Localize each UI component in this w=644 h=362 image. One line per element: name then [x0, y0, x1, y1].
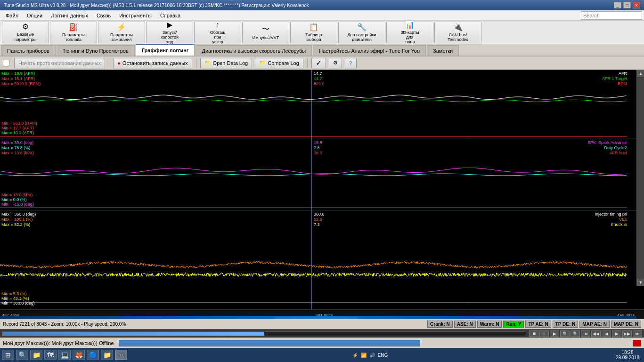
toolbar-ignition[interactable]: ⚡ Параметрызажигания — [98, 22, 145, 43]
toolbar-startup[interactable]: ▶ Запуск/холостойход — [146, 22, 193, 43]
toolbar-engine[interactable]: 🔧 Доп настройкидвигателя — [338, 22, 385, 43]
computer-btn[interactable]: 💻 — [58, 350, 71, 360]
right-scrollbar[interactable]: ▲ ▼ — [636, 70, 644, 286]
stop-icon: ● — [117, 60, 121, 66]
start-log-btn[interactable]: Начать протоколирование данных — [14, 58, 105, 68]
tab-dashboard[interactable]: Панель приборов — [1, 45, 56, 56]
log-sep3 — [307, 58, 308, 68]
scroll-up-arrow[interactable]: ▲ — [637, 70, 644, 77]
badge-mapae: MAP AE: N — [579, 321, 610, 328]
toolbar: ⚙ Базовыепараметры ⛽ Параметрытоплива ⚡ … — [0, 21, 644, 44]
tab-graphlog[interactable]: Граффинг логгинг — [136, 44, 195, 56]
toolbar-accel[interactable]: ↑ Обогащприускор — [194, 22, 241, 43]
taskbar-sound-icon: 🔊 — [369, 353, 375, 358]
taskbar-date: 29.09.2018 — [616, 355, 639, 360]
taskbar: ⊞ 🔍 📁 🗺 💻 🦊 🔵 📁 🎮 ⚡ 📶 🔊 ENG 18:28 29.09.… — [0, 348, 644, 362]
fast-fwd-btn[interactable]: ▶▶ — [622, 330, 632, 337]
tunerstudio-btn[interactable]: 🎮 — [115, 350, 127, 360]
start-log-checkbox[interactable] — [3, 60, 9, 66]
file-explorer-btn[interactable]: 📁 — [30, 350, 42, 360]
tab-diagnostic[interactable]: Диагностика и высокая скорость Лесорубы — [196, 45, 312, 56]
taskbar-network-icon: 📶 — [361, 353, 367, 358]
close-btn[interactable]: × — [633, 2, 640, 8]
toolbar-3d[interactable]: 📊 3D-картыдлятюна — [386, 22, 433, 43]
step-fwd-btn[interactable]: ▶ — [612, 330, 621, 337]
stop-log-label: Остановить запись данных — [122, 60, 188, 66]
taskbar-lang: ENG — [378, 353, 388, 358]
maps-btn[interactable]: 🗺 — [44, 350, 57, 360]
play-pause-btn[interactable]: ⏸ — [539, 330, 549, 337]
toolbar-table[interactable]: 📋 Таблицавыбора — [290, 22, 337, 43]
settings-btn[interactable]: ⚙ — [329, 58, 342, 68]
folder-icon: 📁 — [204, 60, 211, 66]
search-input[interactable] — [581, 11, 642, 20]
toolbar-can-label: CAN-bus/Testmodes — [448, 32, 468, 42]
ignition-icon: ⚡ — [117, 23, 126, 32]
menu-options[interactable]: Опции — [23, 12, 46, 19]
menu-connection[interactable]: Связь — [93, 12, 114, 19]
log-sep1 — [109, 58, 109, 68]
open-log-label: Open Data Log — [213, 60, 248, 66]
badge-warm: Warm: N — [477, 321, 502, 328]
toolbar-fuel-label: Параметрытоплива — [62, 32, 85, 42]
search-button[interactable]: 🔍 — [16, 350, 28, 360]
start-log-label: Начать протоколирование данных — [18, 60, 101, 66]
toolbar-can[interactable]: 🔌 CAN-bus/Testmodes — [434, 22, 481, 43]
charts-container: ▲ ▼ — [0, 70, 644, 309]
main-chart-canvas[interactable] — [0, 70, 636, 309]
help-btn[interactable]: ? — [345, 58, 357, 68]
menu-tools[interactable]: Инструменты — [115, 12, 155, 19]
goto-end-btn[interactable]: ⏭ — [633, 330, 642, 337]
title-bar: TunerStudio MS Ultra v3.0.28 - Мой друг … — [0, 0, 644, 10]
rewind-btn[interactable]: ◀◀ — [591, 330, 601, 337]
compare-icon: 📁 — [259, 60, 266, 66]
stop-log-btn[interactable]: ● Остановить запись данных — [113, 58, 192, 68]
toolbar-accel-label: Обогащприускор — [210, 30, 226, 44]
toolbar-vvt[interactable]: 〜 Импульс/VVT — [242, 22, 289, 43]
tab-notes[interactable]: Заметки — [427, 45, 459, 56]
media-btn[interactable]: 🔵 — [87, 350, 99, 360]
play-btn[interactable]: ▶ — [550, 330, 559, 337]
status-progress-bar — [119, 340, 420, 346]
tab-tuning[interactable]: Тюнинг и Dyno Просмотров — [57, 45, 135, 56]
toolbar-fuel-params[interactable]: ⛽ Параметрытоплива — [50, 22, 97, 43]
menu-logging[interactable]: Логгинг данных — [47, 12, 92, 19]
accel-icon: ↑ — [216, 21, 220, 29]
playback-controls: ⏹ ⏸ ▶ 🔍 🔍 ⏮ ◀◀ ◀ ▶ ▶▶ ⏭ — [529, 330, 642, 337]
table-icon: 📋 — [309, 23, 318, 32]
zoom-in-btn[interactable]: 🔍 — [560, 330, 570, 337]
minimize-btn[interactable]: _ — [614, 2, 621, 8]
log-sep2 — [196, 58, 196, 68]
toolbar-ignition-label: Параметрызажигания — [110, 32, 133, 42]
taskbar-sys: ⚡ 📶 🔊 ENG — [352, 353, 388, 358]
badge-crank: Crank: N — [427, 321, 453, 328]
playback-progress-fill — [2, 332, 264, 336]
toolbar-base-params[interactable]: ⚙ Базовыепараметры — [2, 22, 49, 43]
toolbar-startup-label: Запуск/холостойход — [161, 30, 179, 44]
open-log-btn[interactable]: 📁 Open Data Log — [200, 58, 253, 68]
tab-bar: Панель приборов Тюнинг и Dyno Просмотров… — [0, 44, 644, 56]
bottom-status: Мой друг Максик))): Мой друг Максик))) O… — [0, 338, 644, 348]
menu-file[interactable]: Файл — [2, 12, 22, 19]
compare-log-btn[interactable]: 📁 Compare Log — [255, 58, 303, 68]
scroll-down-arrow[interactable]: ▼ — [637, 279, 644, 286]
playback-bar: ⏹ ⏸ ▶ 🔍 🔍 ⏮ ◀◀ ◀ ▶ ▶▶ ⏭ — [0, 329, 644, 338]
folder-btn[interactable]: 📁 — [101, 350, 113, 360]
taskbar-clock[interactable]: 18:28 29.09.2018 — [613, 350, 642, 360]
zoom-out-btn[interactable]: 🔍 — [571, 330, 580, 337]
goto-start-btn[interactable]: ⏮ — [581, 330, 590, 337]
timeline-gradient — [0, 316, 636, 319]
toolbar-3d-label: 3D-картыдлятюна — [400, 30, 419, 44]
browser-btn[interactable]: 🦊 — [73, 350, 85, 360]
maximize-btn[interactable]: □ — [623, 2, 631, 8]
start-button[interactable]: ⊞ — [2, 350, 14, 360]
menu-help[interactable]: Справка — [156, 12, 184, 19]
tab-tune[interactable]: Настройтесь Анализ эфир! - Tune For You — [313, 45, 426, 56]
checkmark-btn[interactable]: ✓ — [311, 58, 326, 68]
playback-progress-container[interactable] — [2, 331, 526, 336]
play-stop-btn[interactable]: ⏹ — [529, 330, 538, 337]
taskbar-time: 18:28 — [616, 350, 639, 355]
step-back-btn[interactable]: ◀ — [602, 330, 611, 337]
tick-1 — [316, 314, 316, 316]
timeline-bar[interactable]: 487.465s 491.984s 496.387s — [0, 309, 644, 319]
